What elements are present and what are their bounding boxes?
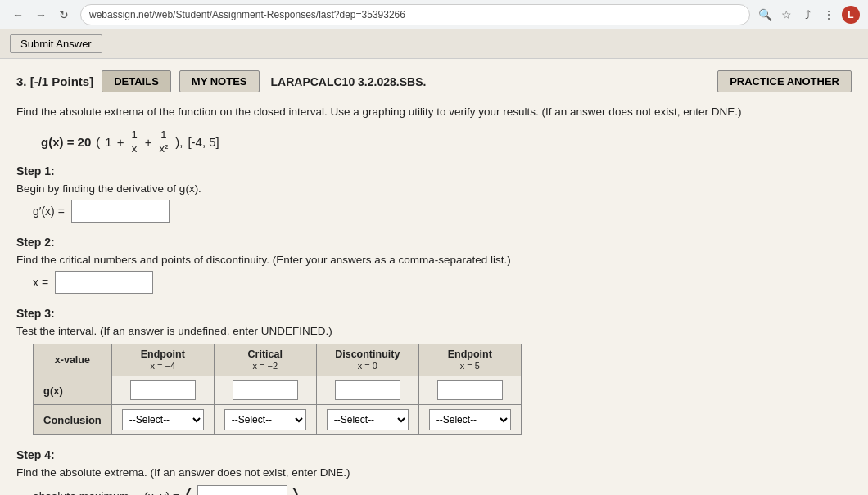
frac1-den: x [130,142,139,155]
submit-bar: Submit Answer [0,29,868,59]
critical-numbers-input[interactable] [55,271,153,294]
abs-max-paren-close: ) [292,485,300,495]
step2-text: Find the critical numbers and points of … [16,254,852,266]
cell-gx-endpoint2 [418,376,521,405]
step2: Step 2: Find the critical numbers and po… [16,236,852,294]
table-row-conclusion: Conclusion --Select-- Absolute Maximum A… [34,405,522,435]
cell-gx-disc [316,376,418,405]
table-row-gx: g(x) [34,376,522,405]
abs-max-paren-open: ( [184,485,192,495]
col-xvalue-header: x-value [34,344,112,376]
main-content: 3. [-/1 Points] DETAILS MY NOTES LARAPCA… [0,59,868,495]
conclusion-endpoint2-select[interactable]: --Select-- Absolute Maximum Absolute Min… [429,409,511,430]
conclusion-disc-select[interactable]: --Select-- Absolute Maximum Absolute Min… [327,409,409,430]
row-gx-label: g(x) [34,376,112,405]
interval-table: x-value Endpoint x = −4 Critical x = −2 … [33,344,522,435]
cell-conclusion-disc: --Select-- Absolute Maximum Absolute Min… [316,405,418,435]
step2-input-row: x = [33,271,852,294]
problem-header: 3. [-/1 Points] DETAILS MY NOTES LARAPCA… [16,70,852,92]
course-code: LARAPCALC10 3.2.028.SBS. [271,75,427,88]
formula: g(x) = 20 ( 1 + 1 x + 1 x² ), [-4, 5] [41,128,852,155]
fraction-1: 1 x [129,128,138,155]
gx-critical-input[interactable] [233,380,298,400]
problem-statement: Find the absolute extrema of the functio… [16,104,852,120]
browser-icons: 🔍 ☆ ⤴ ⋮ L [757,6,860,24]
col-endpoint2-label: Endpoint [448,349,492,360]
col-critical-header: Critical x = −2 [214,344,316,376]
step4-label: Step 4: [16,448,852,461]
formula-paren-open: ( [96,135,100,149]
profile-avatar[interactable]: L [842,6,860,24]
search-icon[interactable]: 🔍 [757,7,773,23]
g-prime-input[interactable] [71,200,170,223]
formula-one: 1 [105,135,111,149]
step2-label: Step 2: [16,236,852,249]
back-button[interactable]: ← [8,5,28,25]
abs-max-input[interactable] [197,485,287,495]
share-icon[interactable]: ⤴ [799,7,816,23]
col-critical-sub: x = −2 [252,361,278,371]
browser-nav: ← → ↻ [8,5,74,25]
fraction-2: 1 x² [157,128,170,155]
abs-max-label: absolute maximum [33,490,139,495]
formula-plus2: + [145,135,152,149]
url-text: webassign.net/web/Student/Assignment-Res… [89,9,405,20]
x-equals-label: x = [33,276,48,289]
col-endpoint1-sub: x = −4 [150,361,175,371]
col-critical-label: Critical [248,349,283,360]
frac2-den: x² [157,142,170,155]
step4-text: Find the absolute extrema. (If an answer… [16,466,852,479]
step3-label: Step 3: [16,307,852,320]
cell-gx-critical [214,376,316,405]
col-disc-sub: x = 0 [358,361,377,371]
conclusion-critical-select[interactable]: --Select-- Absolute Maximum Absolute Min… [224,409,306,430]
row-conclusion-label: Conclusion [34,405,112,435]
submit-answer-button[interactable]: Submit Answer [10,34,102,53]
formula-interval: [-4, 5] [188,135,219,149]
cell-conclusion-critical: --Select-- Absolute Maximum Absolute Min… [214,405,316,435]
problem-number: 3. [-/1 Points] [16,74,93,88]
step4: Step 4: Find the absolute extrema. (If a… [16,448,852,495]
col-disc-header: Discontinuity x = 0 [316,344,418,376]
conclusion-endpoint1-select[interactable]: --Select-- Absolute Maximum Absolute Min… [122,409,204,430]
url-bar[interactable]: webassign.net/web/Student/Assignment-Res… [80,4,750,25]
tab-notes[interactable]: MY NOTES [179,70,260,92]
abs-max-row: absolute maximum (x, y) = ( ) [33,485,852,495]
step3-text: Test the interval. (If an answer is unde… [16,325,852,337]
star-icon[interactable]: ☆ [778,7,794,23]
step1-label: Step 1: [16,164,852,178]
g-prime-label: g′(x) = [33,205,65,218]
step1-text: Begin by finding the derivative of g(x). [16,182,852,195]
forward-button[interactable]: → [31,5,51,25]
reload-button[interactable]: ↻ [54,5,74,25]
col-endpoint1-label: Endpoint [141,349,185,360]
formula-plus1: + [117,135,124,149]
col-endpoint2-header: Endpoint x = 5 [418,344,521,376]
col-disc-label: Discontinuity [335,349,400,360]
cell-conclusion-endpoint1: --Select-- Absolute Maximum Absolute Min… [111,405,214,435]
col-endpoint1-header: Endpoint x = −4 [111,344,214,376]
formula-paren-close: ), [175,135,183,149]
col-endpoint2-sub: x = 5 [460,361,480,371]
tab-details[interactable]: DETAILS [102,70,171,92]
gx-disc-input[interactable] [335,380,400,400]
cell-conclusion-endpoint2: --Select-- Absolute Maximum Absolute Min… [418,405,521,435]
practice-another-button[interactable]: PRACTICE ANOTHER [717,70,852,92]
step1: Step 1: Begin by finding the derivative … [16,164,852,223]
step3: Step 3: Test the interval. (If an answer… [16,307,852,435]
browser-bar: ← → ↻ webassign.net/web/Student/Assignme… [0,0,868,29]
cell-gx-endpoint1 [111,376,214,405]
gx-endpoint2-input[interactable] [437,380,503,400]
abs-max-xy-label: (x, y) = [144,490,179,495]
menu-icon[interactable]: ⋮ [821,7,837,23]
step1-input-row: g′(x) = [33,200,852,223]
gx-endpoint1-input[interactable] [130,380,196,400]
frac1-num: 1 [129,128,138,142]
frac2-num: 1 [159,128,168,142]
formula-prefix: g(x) = 20 [41,135,91,149]
